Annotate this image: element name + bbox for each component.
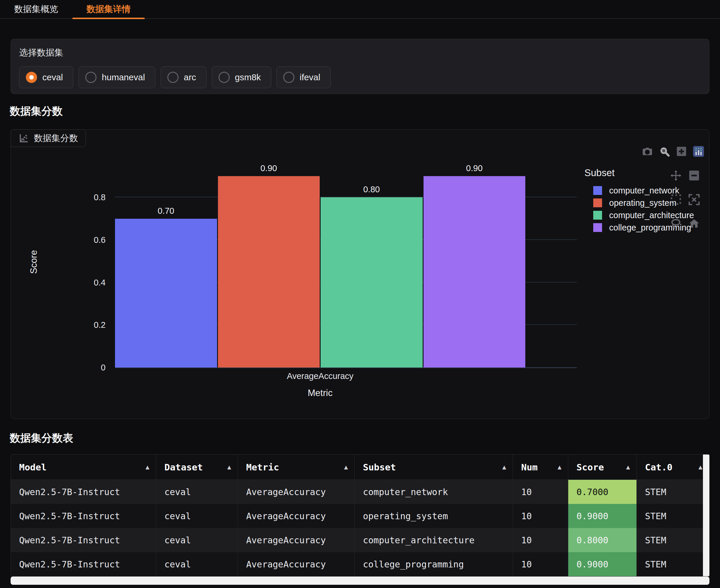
sort-arrow-icon[interactable]: ▲ [227,463,231,471]
cell-cat: STEM [637,504,709,528]
column-header-label: Score [576,462,604,472]
cell-score: 0.7000 [568,480,637,504]
column-header-label: Dataset [164,462,203,472]
dataset-selector-panel: 选择数据集 ceval humaneval arc gsm8k ifeval [11,39,709,94]
plot-modebar [641,146,704,157]
column-header-metric[interactable]: Metric▲ [238,455,355,480]
bars-group: 0.700.900.800.90 [115,159,525,368]
legend-swatch-icon [593,186,602,195]
y-tick-label: 0 [101,361,106,374]
bar-computer_network[interactable] [115,219,217,368]
bar-column-operating_system: 0.90 [218,159,320,368]
legend-swatch-icon [593,211,602,219]
bar-operating_system[interactable] [218,176,320,368]
cell-metric: AverageAccuracy [238,552,355,576]
cell-metric: AverageAccuracy [238,504,355,528]
column-header-dataset[interactable]: Dataset▲ [156,455,238,480]
cell-subset: computer_architecture [355,528,513,552]
cell-metric: AverageAccuracy [238,480,355,504]
plot-area: 0.700.900.800.90 [115,159,577,368]
bar-value-label: 0.90 [261,164,277,173]
cell-num: 10 [513,480,568,504]
tab-dataset-details[interactable]: 数据集详情 [73,0,145,18]
sort-arrow-icon[interactable]: ▲ [626,463,630,471]
sort-arrow-icon[interactable]: ▲ [502,463,506,471]
radio-humaneval[interactable]: humaneval [79,66,155,88]
sort-arrow-icon[interactable]: ▲ [146,463,149,471]
scores-chart-panel: 数据集分数 [11,129,709,419]
radio-selected-icon [26,72,37,83]
sort-arrow-icon[interactable]: ▲ [699,463,702,471]
column-header-num[interactable]: Num▲ [513,455,568,480]
x-axis-title: Metric [115,388,525,398]
bar-computer_architecture[interactable] [321,197,423,368]
x-axis-tick: AverageAccuracy [115,371,525,381]
table-header-row: Model▲Dataset▲Metric▲Subset▲Num▲Score▲Ca… [11,455,709,480]
zoom-in-icon[interactable] [676,146,687,157]
zoom-out-icon[interactable] [688,170,700,182]
reset-home-icon[interactable] [688,218,700,230]
table-vertical-scrollbar[interactable] [703,455,709,576]
cell-score: 0.9000 [568,504,637,528]
pan-icon[interactable] [670,170,682,182]
cell-model: Qwen2.5-7B-Instruct [11,504,156,528]
cell-cat: STEM [637,480,709,504]
cell-num: 10 [513,552,568,576]
zoom-icon[interactable] [659,146,670,157]
cell-model: Qwen2.5-7B-Instruct [11,528,156,552]
legend-swatch-icon [593,223,602,232]
bar-value-label: 0.70 [158,206,174,216]
cell-score: 0.9000 [568,552,637,576]
table-body: Qwen2.5-7B-InstructcevalAverageAccuracyc… [11,480,709,576]
radio-ifeval[interactable]: ifeval [276,66,331,88]
cell-model: Qwen2.5-7B-Instruct [11,480,156,504]
column-header-score[interactable]: Score▲ [568,455,637,480]
bar-value-label: 0.80 [363,185,380,194]
column-header-cat-0[interactable]: Cat.0▲ [637,455,709,480]
sort-arrow-icon[interactable]: ▲ [344,463,348,471]
radio-arc[interactable]: arc [161,66,206,88]
table-section-title: 数据集分数表 [10,431,73,445]
table-row: Qwen2.5-7B-InstructcevalAverageAccuracyc… [11,552,709,576]
cell-subset: college_programming [355,552,513,576]
plotly-logo-icon[interactable] [693,146,704,157]
cell-num: 10 [513,528,568,552]
column-header-label: Num [521,462,538,472]
column-header-label: Metric [246,462,279,472]
legend-swatch-icon [593,198,602,207]
y-tick-label: 0.4 [94,276,106,289]
cell-dataset: ceval [156,528,238,552]
cell-dataset: ceval [156,480,238,504]
y-tick-label: 0.6 [94,234,106,246]
cell-score: 0.8000 [568,528,637,552]
cell-subset: computer_network [355,480,513,504]
scatter-plot-icon [19,133,29,144]
y-axis-ticks: 00.20.40.60.8 [11,159,110,368]
autoscale-icon[interactable] [688,194,700,206]
table-horizontal-scrollbar[interactable] [11,576,709,585]
radio-unselected-icon [283,72,294,83]
cell-subset: operating_system [355,504,513,528]
dataset-selector-label: 选择数据集 [19,47,701,59]
plot-modebar-wrapped [667,164,702,235]
table-row: Qwen2.5-7B-InstructcevalAverageAccuracyo… [11,504,709,528]
top-tab-bar: 数据集概览 数据集详情 [0,0,720,19]
radio-unselected-icon [219,72,230,83]
bar-college_programming[interactable] [424,176,526,368]
table-row: Qwen2.5-7B-InstructcevalAverageAccuracyc… [11,480,709,504]
cell-metric: AverageAccuracy [238,528,355,552]
radio-ceval[interactable]: ceval [19,66,73,88]
scores-section-title: 数据集分数 [10,104,63,119]
sort-arrow-icon[interactable]: ▲ [558,463,561,471]
camera-icon[interactable] [641,146,653,157]
legend-label: operating_system [609,198,677,208]
cell-num: 10 [513,504,568,528]
tab-dataset-overview[interactable]: 数据集概览 [0,0,73,18]
column-header-subset[interactable]: Subset▲ [355,455,513,480]
lasso-icon[interactable] [670,218,682,230]
column-header-model[interactable]: Model▲ [11,455,156,480]
radio-gsm8k[interactable]: gsm8k [212,66,271,88]
chart-panel-tab: 数据集分数 [11,129,86,147]
box-select-icon[interactable] [670,194,682,206]
scores-table: Model▲Dataset▲Metric▲Subset▲Num▲Score▲Ca… [11,454,709,576]
